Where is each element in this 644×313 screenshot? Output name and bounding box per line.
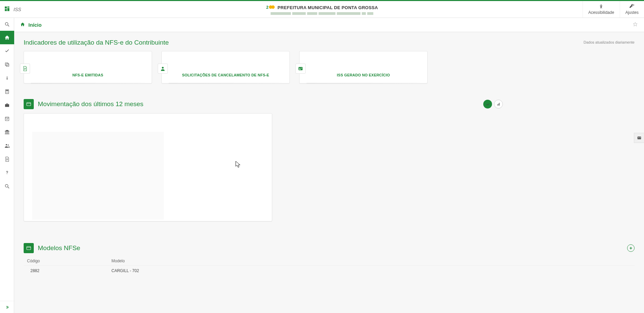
sidebar (0, 18, 14, 313)
cell-model: CARGILL - 702 (111, 268, 631, 273)
sidebar-expand-button[interactable] (0, 301, 14, 313)
cell-code: 2882 (27, 268, 111, 273)
add-model-button[interactable]: + (627, 244, 635, 252)
svg-line-5 (8, 25, 9, 26)
indicator-label: SOLICITAÇÕES DE CANCELAMENTO DE NFS-E (182, 73, 269, 77)
panel-icon (24, 99, 34, 109)
indicators-section-title: Indicadores de utilização da NFS-e do Co… (24, 39, 635, 46)
home-icon[interactable] (20, 22, 25, 28)
models-title: Modelos NFSe (38, 244, 80, 252)
app-header: ISS 2 PREFEITURA MUNICIPAL DE PONTA GROS… (0, 1, 644, 18)
svg-point-8 (6, 76, 7, 77)
svg-point-14 (7, 92, 8, 92)
header-title: PREFEITURA MUNICIPAL DE PONTA GROSSA (278, 5, 378, 10)
sidebar-item-search-2[interactable] (0, 179, 14, 193)
svg-line-34 (8, 187, 9, 188)
svg-rect-25 (8, 132, 9, 134)
sidebar-item-calendar[interactable] (0, 112, 14, 125)
settings-label: Ajustes (625, 10, 639, 15)
right-panel-tab[interactable] (634, 133, 644, 143)
chart-line-toggle[interactable] (483, 100, 492, 109)
sidebar-item-calculator[interactable] (0, 85, 14, 98)
svg-point-13 (7, 92, 7, 92)
svg-rect-26 (5, 134, 9, 134)
accessibility-label: Acessibilidade (588, 10, 614, 15)
col-header-model: Modelo (111, 259, 631, 263)
svg-point-32 (6, 174, 7, 174)
chart-bar-toggle[interactable] (494, 100, 503, 109)
favorite-star-icon[interactable] (633, 22, 638, 28)
svg-point-15 (6, 93, 6, 93)
svg-rect-23 (6, 132, 7, 134)
sidebar-item-users[interactable] (0, 139, 14, 152)
svg-rect-47 (499, 103, 500, 105)
mouse-cursor-icon (235, 161, 241, 168)
module-icon (4, 6, 10, 13)
svg-point-28 (7, 144, 8, 145)
panel-icon (24, 243, 34, 253)
sidebar-item-approve[interactable] (0, 44, 14, 58)
svg-point-17 (7, 93, 8, 93)
sidebar-search[interactable] (0, 18, 14, 31)
sidebar-item-info[interactable] (0, 71, 14, 85)
svg-rect-48 (27, 246, 31, 249)
settings-button[interactable]: Ajustes (620, 1, 644, 18)
indicator-label: ISS GERADO NO EXERCÍCIO (337, 73, 390, 77)
sidebar-item-help[interactable] (0, 166, 14, 179)
indicator-label: NFS-E EMITIDAS (72, 73, 103, 77)
city-logo-icon: 2 (266, 4, 275, 11)
svg-rect-19 (6, 103, 8, 104)
sidebar-item-document[interactable] (0, 152, 14, 166)
svg-point-40 (300, 68, 301, 69)
svg-point-12 (6, 92, 6, 92)
sidebar-item-institution[interactable] (0, 125, 14, 139)
svg-rect-6 (6, 64, 9, 66)
table-row[interactable]: 2882 CARGILL - 702 (24, 265, 635, 276)
svg-rect-22 (5, 132, 5, 134)
sidebar-item-home[interactable] (0, 31, 14, 44)
svg-rect-24 (7, 132, 7, 134)
module-name: ISS (14, 7, 21, 12)
svg-point-16 (7, 93, 7, 93)
indicator-card-iss-gerado[interactable]: ISS GERADO NO EXERCÍCIO (299, 51, 428, 83)
svg-point-33 (5, 185, 8, 187)
user-icon (158, 64, 168, 74)
accessibility-button[interactable]: Acessibilidade (583, 1, 620, 18)
svg-rect-18 (5, 104, 9, 107)
breadcrumb-bar: Início (14, 18, 644, 32)
id-card-icon (295, 64, 306, 74)
indicator-card-nfse-emitidas[interactable]: NFS-E EMITIDAS (24, 51, 152, 83)
svg-rect-7 (5, 63, 8, 66)
svg-point-27 (6, 144, 7, 145)
svg-rect-9 (7, 77, 7, 80)
svg-rect-46 (498, 103, 499, 105)
svg-rect-11 (6, 90, 8, 91)
svg-rect-20 (5, 117, 9, 121)
svg-rect-43 (27, 102, 31, 105)
sidebar-item-copy[interactable] (0, 58, 14, 71)
svg-point-4 (5, 23, 8, 25)
svg-point-51 (638, 137, 639, 138)
svg-rect-45 (497, 104, 498, 105)
svg-point-2 (271, 5, 275, 9)
sidebar-item-briefcase[interactable] (0, 98, 14, 112)
movement-title: Movimentação dos últimos 12 meses (38, 100, 144, 108)
indicator-card-cancelamentos[interactable]: SOLICITAÇÕES DE CANCELAMENTO DE NFS-E (161, 51, 290, 83)
svg-point-3 (601, 4, 602, 5)
updated-note: Dados atualizados diariamente (584, 40, 635, 44)
svg-text:2: 2 (266, 5, 268, 10)
header-subtitle-redacted (271, 12, 373, 15)
col-header-code: Código (27, 259, 111, 263)
breadcrumb-label: Início (28, 22, 42, 28)
movement-chart-panel (24, 113, 272, 221)
svg-point-38 (162, 67, 163, 69)
models-table: Código Modelo 2882 CARGILL - 702 (24, 257, 635, 276)
document-icon (20, 64, 30, 74)
